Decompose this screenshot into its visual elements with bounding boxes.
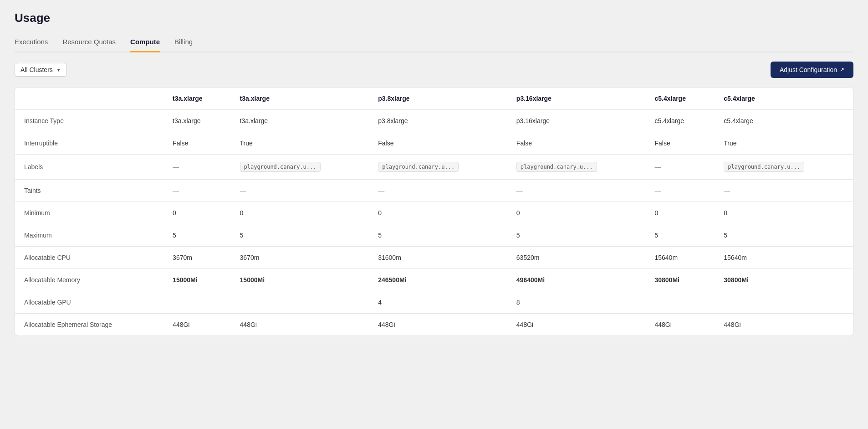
cell-4-0: 0: [163, 202, 230, 224]
col-header-label: [15, 88, 163, 110]
dash-value: —: [654, 187, 661, 194]
cell-8-5: —: [715, 291, 853, 314]
cell-0-0: t3a.xlarge: [163, 110, 230, 132]
cell-9-3: 448Gi: [507, 314, 646, 336]
cell-9-2: 448Gi: [369, 314, 507, 336]
dash-value: —: [378, 187, 384, 194]
cell-1-0: False: [163, 132, 230, 155]
cell-2-0: —: [163, 155, 230, 180]
cell-9-4: 448Gi: [645, 314, 715, 336]
cell-9-5: 448Gi: [715, 314, 853, 336]
row-label: Instance Type: [15, 110, 163, 132]
toolbar: All Clusters ▼ Adjust Configuration ↗: [15, 62, 853, 78]
bold-value: 15000Mi: [173, 276, 197, 284]
cell-2-5: playground.canary.u...: [715, 155, 853, 180]
external-link-icon: ↗: [840, 67, 844, 73]
table-row: Allocatable Ephemeral Storage448Gi448Gi4…: [15, 314, 853, 336]
cell-3-1: —: [231, 180, 369, 202]
cell-5-5: 5: [715, 224, 853, 247]
label-tag: playground.canary.u...: [378, 162, 459, 172]
row-label: Allocatable Ephemeral Storage: [15, 314, 163, 336]
cell-1-4: False: [645, 132, 715, 155]
cell-3-4: —: [645, 180, 715, 202]
cell-4-3: 0: [507, 202, 646, 224]
table-row: Allocatable GPU——48——: [15, 291, 853, 314]
cell-5-3: 5: [507, 224, 646, 247]
bold-value: 496400Mi: [516, 276, 545, 284]
row-label: Labels: [15, 155, 163, 180]
col-header-1: t3a.xlarge: [163, 88, 230, 110]
dash-value: —: [724, 187, 730, 194]
cell-4-4: 0: [645, 202, 715, 224]
cell-8-2: 4: [369, 291, 507, 314]
table-row: Allocatable Memory15000Mi15000Mi246500Mi…: [15, 269, 853, 291]
cell-7-2: 246500Mi: [369, 269, 507, 291]
label-tag: playground.canary.u...: [724, 162, 804, 172]
cell-4-2: 0: [369, 202, 507, 224]
dash-value: —: [654, 299, 661, 306]
cell-0-3: p3.16xlarge: [507, 110, 646, 132]
cell-8-0: —: [163, 291, 230, 314]
table-row: Maximum555555: [15, 224, 853, 247]
tab-bar: Executions Resource Quotas Compute Billi…: [15, 34, 853, 52]
cell-5-2: 5: [369, 224, 507, 247]
cell-0-4: c5.4xlarge: [645, 110, 715, 132]
tab-billing[interactable]: Billing: [174, 34, 193, 52]
dash-value: —: [173, 187, 179, 194]
dash-value: —: [654, 163, 661, 171]
table-row: InterruptibleFalseTrueFalseFalseFalseTru…: [15, 132, 853, 155]
cluster-select[interactable]: All Clusters ▼: [15, 63, 67, 77]
bold-value: 15000Mi: [240, 276, 265, 284]
cell-9-0: 448Gi: [163, 314, 230, 336]
table-header-row: t3a.xlarge t3a.xlarge p3.8xlarge p3.16xl…: [15, 88, 853, 110]
cell-2-4: —: [645, 155, 715, 180]
cell-1-1: True: [231, 132, 369, 155]
page-title: Usage: [15, 11, 853, 25]
adjust-configuration-button[interactable]: Adjust Configuration ↗: [771, 62, 853, 78]
table-row: Minimum000000: [15, 202, 853, 224]
compute-table: t3a.xlarge t3a.xlarge p3.8xlarge p3.16xl…: [15, 87, 853, 336]
cell-4-5: 0: [715, 202, 853, 224]
bold-value: 30800Mi: [654, 276, 679, 284]
cell-5-1: 5: [231, 224, 369, 247]
tab-resource-quotas[interactable]: Resource Quotas: [62, 34, 116, 52]
tab-compute[interactable]: Compute: [130, 34, 160, 52]
table-row: Taints——————: [15, 180, 853, 202]
cell-6-1: 3670m: [231, 247, 369, 269]
cell-8-4: —: [645, 291, 715, 314]
dash-value: —: [724, 299, 730, 306]
cell-1-5: True: [715, 132, 853, 155]
col-header-2: t3a.xlarge: [231, 88, 369, 110]
col-header-3: p3.8xlarge: [369, 88, 507, 110]
bold-value: 30800Mi: [724, 276, 748, 284]
label-tag: playground.canary.u...: [516, 162, 597, 172]
table-row: Labels—playground.canary.u...playground.…: [15, 155, 853, 180]
cell-8-3: 8: [507, 291, 646, 314]
cell-3-0: —: [163, 180, 230, 202]
cell-6-2: 31600m: [369, 247, 507, 269]
col-header-6: c5.4xlarge: [715, 88, 853, 110]
cell-2-1: playground.canary.u...: [231, 155, 369, 180]
row-label: Allocatable Memory: [15, 269, 163, 291]
row-label: Maximum: [15, 224, 163, 247]
cell-2-2: playground.canary.u...: [369, 155, 507, 180]
table-row: Allocatable CPU3670m3670m31600m63520m156…: [15, 247, 853, 269]
cell-0-5: c5.4xlarge: [715, 110, 853, 132]
col-header-5: c5.4xlarge: [645, 88, 715, 110]
chevron-down-icon: ▼: [56, 67, 61, 72]
cell-5-4: 5: [645, 224, 715, 247]
cell-0-1: t3a.xlarge: [231, 110, 369, 132]
cell-1-3: False: [507, 132, 646, 155]
cell-8-1: —: [231, 291, 369, 314]
cell-7-4: 30800Mi: [645, 269, 715, 291]
dash-value: —: [516, 187, 523, 194]
table-row: Instance Typet3a.xlarget3a.xlargep3.8xla…: [15, 110, 853, 132]
adjust-btn-label: Adjust Configuration: [780, 66, 837, 73]
cell-6-3: 63520m: [507, 247, 646, 269]
dash-value: —: [240, 187, 246, 194]
label-tag: playground.canary.u...: [240, 162, 321, 172]
cell-7-1: 15000Mi: [231, 269, 369, 291]
dash-value: —: [240, 299, 246, 306]
tab-executions[interactable]: Executions: [15, 34, 48, 52]
cell-5-0: 5: [163, 224, 230, 247]
